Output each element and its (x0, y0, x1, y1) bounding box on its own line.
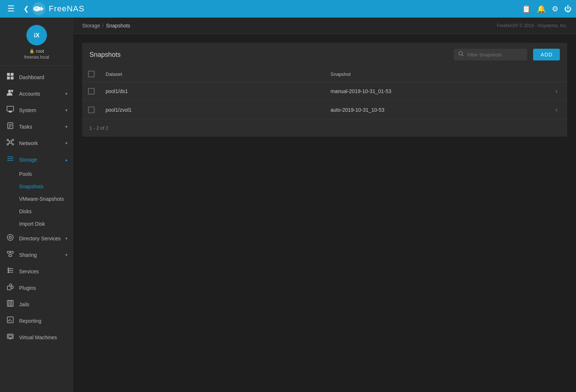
network-icon (6, 138, 15, 148)
plugins-icon (6, 283, 15, 292)
td-snapshot: manual-2019-10-31_01-53 (325, 85, 550, 97)
svg-point-31 (7, 234, 13, 240)
th-select (82, 71, 100, 77)
table-row: pool1/zvol1 auto-2019-10-31_10-53 › (82, 101, 567, 119)
th-actions (550, 71, 567, 77)
copyright-text: FreeNAS® © 2019 - iXsystems, Inc. (497, 23, 567, 28)
add-button[interactable]: ADD (533, 49, 560, 60)
svg-point-1 (33, 6, 41, 11)
row-expand-icon[interactable]: › (555, 88, 557, 95)
svg-rect-14 (8, 111, 12, 112)
sidebar-item-system[interactable]: System ▾ (0, 102, 73, 118)
svg-rect-9 (11, 77, 14, 79)
td-actions: › (550, 85, 567, 97)
sidebar-item-label: Tasks (19, 124, 61, 130)
tasks-icon (6, 122, 15, 131)
breadcrumb-separator: / (102, 23, 104, 29)
sidebar-item-label: Virtual Machines (19, 334, 67, 340)
svg-line-25 (11, 140, 12, 141)
breadcrumb-parent[interactable]: Storage (82, 23, 100, 29)
clipboard-icon[interactable]: 📋 (522, 4, 531, 13)
topbar-actions: 📋 🔔 ⚙ ⏻ (522, 4, 572, 13)
svg-point-10 (8, 90, 11, 93)
chevron-down-icon: ▾ (65, 124, 67, 129)
sidebar-item-label: Services (19, 269, 67, 274)
sidebar-subitem-disks[interactable]: Disks (0, 205, 73, 218)
accounts-icon (6, 89, 15, 98)
system-icon (6, 106, 15, 115)
bell-icon[interactable]: 🔔 (537, 4, 546, 13)
profile-hostname: freenas.local (24, 55, 49, 60)
sharing-icon (6, 250, 15, 259)
svg-point-23 (12, 144, 14, 145)
svg-rect-13 (9, 112, 12, 112)
sidebar-subitem-vmware-snapshots[interactable]: VMware-Snapshots (0, 193, 73, 205)
app-logo: FreeNAS (32, 2, 84, 16)
svg-rect-7 (11, 73, 14, 76)
main-content: Storage / Snapshots FreeNAS® © 2019 - iX… (73, 18, 576, 392)
snapshots-card: Snapshots ADD (82, 43, 567, 137)
sidebar-profile: iX 🔒 root freenas.local (0, 18, 73, 66)
virtual-machines-icon (6, 333, 15, 342)
table-header: Dataset Snapshot (82, 66, 567, 82)
search-box (454, 49, 527, 60)
sidebar-item-virtual-machines[interactable]: Virtual Machines (0, 329, 73, 345)
sidebar-item-directory-services[interactable]: Directory Services ▾ (0, 230, 73, 247)
hamburger-icon[interactable]: ☰ (4, 1, 18, 16)
sidebar-item-services[interactable]: Services (0, 263, 73, 280)
sidebar-item-label: Accounts (19, 91, 61, 97)
sidebar-item-label: Plugins (19, 285, 67, 291)
settings-icon[interactable]: ⚙ (552, 4, 558, 13)
back-icon[interactable]: ❮ (21, 2, 32, 16)
power-icon[interactable]: ⏻ (564, 5, 572, 13)
sidebar-item-label: Jails (19, 302, 67, 307)
sidebar-item-storage[interactable]: Storage ▴ (0, 151, 73, 168)
row-expand-icon[interactable]: › (555, 107, 557, 113)
sidebar-item-tasks[interactable]: Tasks ▾ (0, 118, 73, 135)
select-all-checkbox[interactable] (88, 71, 95, 77)
svg-line-27 (11, 143, 12, 144)
svg-rect-42 (7, 286, 11, 290)
chevron-down-icon: ▾ (65, 91, 67, 96)
svg-point-32 (9, 236, 11, 238)
sidebar-item-reporting[interactable]: Reporting (0, 313, 73, 329)
sidebar-item-sharing[interactable]: Sharing ▾ (0, 247, 73, 263)
svg-rect-12 (7, 106, 14, 111)
sidebar-subitem-label: Disks (19, 208, 32, 214)
chevron-up-icon: ▴ (65, 157, 67, 162)
th-dataset: Dataset (100, 71, 325, 77)
sidebar-item-label: Network (19, 140, 61, 146)
table-row: pool1/ds1 manual-2019-10-31_01-53 › (82, 82, 567, 101)
sidebar-subitem-label: Import Disk (19, 221, 45, 227)
svg-text:iX: iX (34, 32, 39, 38)
sidebar-item-dashboard[interactable]: Dashboard (0, 69, 73, 85)
chevron-down-icon: ▾ (65, 252, 67, 258)
svg-rect-8 (7, 77, 10, 79)
chevron-down-icon: ▾ (65, 141, 67, 146)
sidebar-subitem-import-disk[interactable]: Import Disk (0, 218, 73, 230)
td-actions: › (550, 104, 567, 116)
sidebar-subitem-pools[interactable]: Pools (0, 168, 73, 180)
td-select (82, 85, 100, 97)
svg-rect-55 (8, 335, 12, 337)
th-snapshot: Snapshot (325, 71, 550, 77)
svg-point-21 (12, 139, 14, 141)
directory-services-icon (6, 234, 15, 243)
sidebar-item-label: System (19, 107, 61, 113)
sidebar-item-label: Sharing (19, 252, 61, 258)
svg-line-26 (8, 143, 9, 144)
sidebar-subitem-snapshots[interactable]: Snapshots (0, 180, 73, 193)
sidebar-item-network[interactable]: Network ▾ (0, 135, 73, 151)
row-checkbox[interactable] (88, 88, 95, 95)
svg-point-19 (9, 141, 11, 143)
sidebar-item-plugins[interactable]: Plugins (0, 280, 73, 296)
logo-icon (32, 2, 46, 16)
breadcrumb: Storage / Snapshots (82, 23, 130, 29)
card-header: Snapshots ADD (82, 43, 567, 66)
sidebar-item-jails[interactable]: Jails (0, 296, 73, 313)
sidebar-item-accounts[interactable]: Accounts ▾ (0, 85, 73, 102)
search-input[interactable] (467, 52, 523, 58)
app-name: FreeNAS (49, 4, 84, 14)
jails-icon (6, 300, 15, 309)
row-checkbox[interactable] (88, 107, 95, 113)
